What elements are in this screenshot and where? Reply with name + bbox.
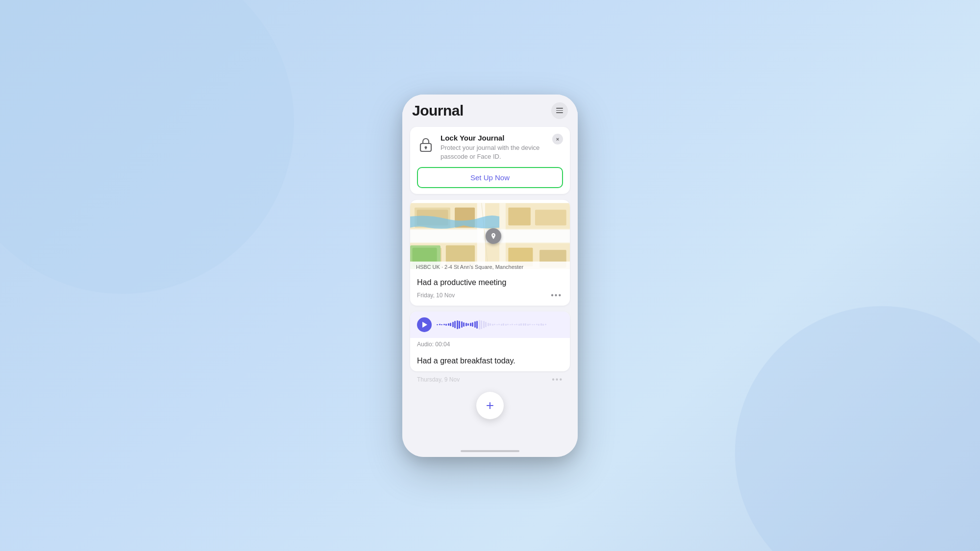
lock-description: Protect your journal with the device pas… — [441, 144, 546, 161]
header: Journal — [402, 95, 578, 123]
lock-card: Lock Your Journal Protect your journal w… — [410, 127, 570, 194]
svg-rect-12 — [508, 208, 531, 225]
screen: Journal — [402, 95, 578, 457]
audio-entry-title: Had a great breakfast today. — [417, 357, 563, 365]
close-button[interactable]: × — [552, 134, 563, 144]
audio-player — [410, 311, 570, 338]
lock-title: Lock Your Journal — [441, 134, 546, 142]
audio-entry-card: Audio: 00:04 Had a great breakfast today… — [410, 311, 570, 371]
map-pin — [486, 228, 501, 244]
location-label: HSBC UK · 2-4 St Ann's Square, Mancheste… — [410, 262, 570, 272]
phone-frame: Journal — [402, 95, 578, 457]
play-icon — [422, 322, 427, 328]
audio-duration: Audio: 00:04 — [410, 338, 570, 353]
map-entry-meta: Friday, 10 Nov ••• — [417, 291, 563, 300]
location-icon — [490, 232, 497, 240]
fab-container: + — [410, 392, 570, 419]
map-entry-title: Had a productive meeting — [417, 278, 563, 287]
menu-button[interactable] — [551, 102, 568, 119]
new-entry-button[interactable]: + — [476, 392, 504, 419]
home-indicator — [461, 450, 519, 452]
set-up-now-button[interactable]: Set Up Now — [417, 167, 563, 188]
waveform — [437, 319, 563, 331]
lock-text-block: Lock Your Journal Protect your journal w… — [441, 134, 546, 161]
svg-rect-2 — [425, 147, 426, 149]
map-entry-card: HSBC UK · 2-4 St Ann's Square, Mancheste… — [410, 200, 570, 306]
svg-rect-13 — [535, 210, 566, 225]
map-entry-more-button[interactable]: ••• — [550, 291, 563, 300]
audio-card-body: Had a great breakfast today. — [410, 353, 570, 371]
close-icon: × — [556, 136, 559, 142]
hamburger-icon — [556, 108, 563, 113]
scroll-content: Lock Your Journal Protect your journal w… — [402, 123, 578, 457]
map-visual: HSBC UK · 2-4 St Ann's Square, Mancheste… — [410, 200, 570, 272]
map-entry-date: Friday, 10 Nov — [417, 292, 455, 299]
lock-card-header: Lock Your Journal Protect your journal w… — [417, 134, 563, 161]
audio-entry-date: Thursday, 9 Nov — [417, 376, 460, 383]
lock-svg-icon — [419, 137, 432, 152]
page-title: Journal — [412, 102, 464, 119]
audio-entry-more[interactable]: ••• — [552, 375, 563, 384]
lock-icon — [417, 134, 435, 155]
map-card-body: Had a productive meeting Friday, 10 Nov … — [410, 272, 570, 306]
bottom-date-row: Thursday, 9 Nov ••• — [410, 373, 570, 384]
play-button[interactable] — [417, 317, 432, 332]
